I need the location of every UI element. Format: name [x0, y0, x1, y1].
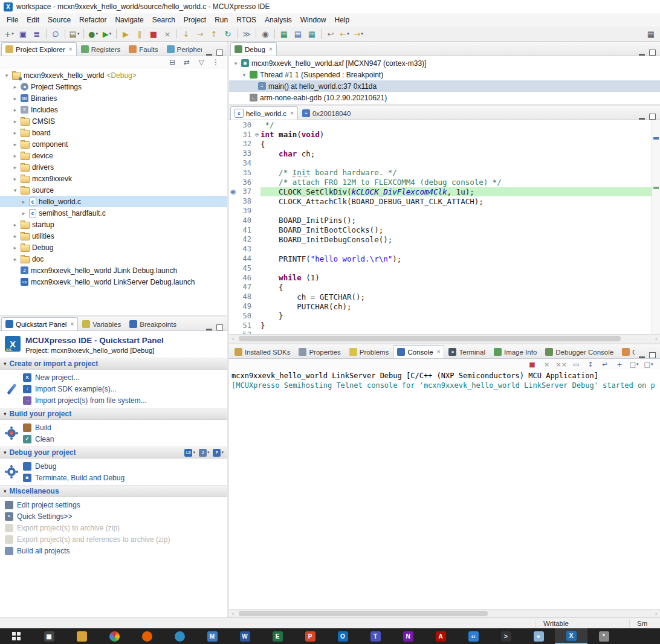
linkserver-debug-dropdown[interactable]: LS▾ — [184, 449, 195, 457]
action-clean[interactable]: ✓Clean — [21, 433, 225, 445]
display-console-dropdown[interactable]: □▾ — [627, 359, 641, 369]
maximize-view-icon[interactable] — [216, 324, 223, 330]
code-line-32[interactable]: 32{ — [229, 140, 652, 149]
menu-help[interactable]: Help — [330, 14, 354, 25]
firefox-icon[interactable] — [131, 628, 163, 644]
vscode-icon[interactable]: ‹› — [457, 628, 490, 644]
collapse-section-icon[interactable]: ▾ — [4, 411, 7, 417]
file-explorer-icon[interactable] — [65, 628, 98, 644]
expand-closed-icon[interactable]: ▸ — [12, 233, 18, 239]
code-line-34[interactable]: 34 — [229, 158, 652, 168]
tab-0x20018040[interactable]: ≡0x20018040 — [298, 106, 355, 120]
tree-item-debug[interactable]: ▸Debug — [0, 242, 227, 253]
tree-item-hello-world-c[interactable]: ▸hello_world.c — [0, 196, 227, 207]
tree-item-mcxn9xxevk-hello-world-linkserver-debug-launch[interactable]: mcxn9xxevk_hello_world LinkServer Debug.… — [0, 276, 227, 288]
tree-item-main-at-hello-world-c-37-0x11da[interactable]: main() at hello_world.c:37 0x11da — [229, 80, 660, 92]
view-menu-icon[interactable]: ⋮ — [209, 57, 222, 67]
menu-file[interactable]: File — [2, 14, 22, 25]
tree-item-component[interactable]: ▸component — [0, 138, 227, 150]
tab-console[interactable]: Console× — [393, 345, 444, 358]
overview-ruler[interactable] — [652, 120, 660, 334]
skip-all-breakpoints-icon[interactable]: ∅ — [49, 28, 62, 40]
expand-closed-icon[interactable]: ▸ — [12, 164, 18, 170]
action-build-all-projects[interactable]: Build all projects — [2, 545, 225, 556]
action-quick-settings[interactable]: »Quick Settings>> — [2, 510, 225, 522]
maximize-view-icon[interactable] — [649, 50, 656, 56]
dropdown-arrow-icon[interactable]: ▾ — [636, 362, 639, 367]
dropdown-arrow-icon[interactable]: ▾ — [193, 450, 195, 455]
pemicro-debug-dropdown[interactable]: P▾ — [213, 449, 224, 457]
section-header-miscellaneous[interactable]: ▾Miscellaneous — [0, 485, 227, 497]
menu-navigate[interactable]: Navigate — [111, 14, 147, 25]
word-icon[interactable]: W — [228, 628, 261, 644]
menu-source[interactable]: Source — [44, 14, 75, 25]
dropdown-arrow-icon[interactable]: ▾ — [11, 31, 14, 36]
tab-peripherals[interactable]: Peripherals+ — [163, 42, 202, 56]
tree-item-mcxn9xxevk-hello-world-jlink-debug-launch[interactable]: mcxn9xxevk_hello_world JLink Debug.launc… — [0, 265, 227, 276]
settings-app-icon[interactable]: * — [587, 628, 620, 644]
tree-item-mcxn9xxevk-hello-world[interactable]: ▾mcxn9xxevk_hello_world <Debug> — [0, 69, 227, 81]
menu-rtos[interactable]: RTOS — [232, 14, 260, 25]
browser-icon[interactable] — [98, 628, 131, 644]
code-line-35[interactable]: 35 /* Init board hardware. */ — [229, 168, 652, 178]
expand-open-icon[interactable]: ▾ — [4, 72, 10, 79]
tab-debugger-console[interactable]: Debugger Console — [541, 345, 618, 358]
tree-item-includes[interactable]: ▸Includes — [0, 104, 227, 115]
minimize-view-icon[interactable] — [639, 356, 645, 358]
expand-closed-icon[interactable]: ▸ — [12, 84, 18, 90]
onenote-icon[interactable]: N — [392, 628, 424, 644]
heap-view-icon[interactable]: ▦ — [305, 28, 319, 40]
expand-closed-icon[interactable]: ▸ — [12, 107, 18, 113]
menu-search[interactable]: Search — [148, 14, 180, 25]
tab-debug[interactable]: Debug× — [230, 42, 277, 56]
dropdown-arrow-icon[interactable]: ▾ — [95, 31, 98, 36]
code-line-37[interactable]: →37 CLOCK_SetClkDiv(kCLOCK_DivFlexcom4Cl… — [229, 187, 652, 197]
tree-item-doc[interactable]: ▸doc — [0, 253, 227, 265]
tab-image-info[interactable]: Image Info — [490, 345, 541, 358]
tab-problems[interactable]: Problems — [345, 345, 393, 358]
scroll-left-icon[interactable]: ‹ — [229, 611, 237, 617]
open-console-dropdown[interactable]: □▾ — [642, 359, 655, 369]
tab-project-explorer[interactable]: Project Explorer× — [1, 42, 77, 56]
code-line-40[interactable]: 40 BOARD_InitPins(); — [229, 216, 652, 225]
section-header-build-your-project[interactable]: ▾Build your project — [0, 408, 227, 420]
tree-item-source[interactable]: ▾source — [0, 184, 227, 196]
code-line-44[interactable]: 44 PRINTF("hello world.\r\n"); — [229, 254, 652, 263]
action-terminate-build-and-debug[interactable]: ■Terminate, Build and Debug — [21, 472, 225, 483]
dropdown-arrow-icon[interactable]: ▾ — [221, 450, 224, 455]
tree-item-startup[interactable]: ▸startup — [0, 219, 227, 230]
start-button[interactable] — [0, 628, 33, 644]
collapse-section-icon[interactable]: ▾ — [4, 361, 7, 367]
action-import-project-s-from-file-system[interactable]: →Import project(s) from file system... — [21, 394, 225, 406]
pin-console-icon[interactable]: + — [613, 359, 626, 369]
expand-closed-icon[interactable]: ▸ — [12, 141, 18, 147]
terminate-icon[interactable]: ■ — [526, 359, 539, 369]
link-with-editor-icon[interactable]: ⇄ — [180, 57, 193, 67]
tree-item-thread-1-1-suspended-breakpoint[interactable]: ▾Thread #1 1 (Suspended : Breakpoint) — [229, 69, 660, 80]
forward-icon[interactable]: →▾ — [352, 28, 365, 40]
code-line-36[interactable]: 36 /* attach FRO 12M to FLEXCOMM4 (debug… — [229, 178, 652, 187]
scrollbar-track[interactable] — [237, 610, 652, 617]
expand-closed-icon[interactable]: ▸ — [21, 210, 27, 216]
minimize-view-icon[interactable] — [639, 118, 645, 120]
close-tab-icon[interactable]: × — [70, 321, 74, 327]
resume-icon[interactable]: ▶ — [119, 28, 132, 40]
scroll-left-icon[interactable]: ‹ — [229, 336, 237, 342]
restart-icon[interactable]: ↻ — [221, 28, 235, 40]
tab-hello-world-c[interactable]: chello_world.c× — [230, 106, 298, 120]
menu-run[interactable]: Run — [210, 14, 232, 25]
terminal-icon[interactable]: > — [490, 628, 522, 644]
task-view-icon[interactable]: ▦ — [33, 628, 65, 644]
expand-closed-icon[interactable]: ▸ — [12, 256, 18, 262]
scroll-lock-icon[interactable]: ↕ — [584, 359, 597, 369]
expand-closed-icon[interactable]: ▸ — [12, 95, 18, 101]
code-line-30[interactable]: 30 */ — [229, 120, 652, 130]
mcuxpresso-taskbar-icon[interactable]: X — [555, 628, 587, 644]
collapse-all-icon[interactable]: ⊟ — [166, 57, 179, 67]
step-over-icon[interactable]: → — [193, 28, 207, 40]
action-debug[interactable]: Debug — [21, 460, 225, 472]
powerpoint-icon[interactable]: P — [294, 628, 326, 644]
outlook-icon[interactable]: O — [326, 628, 359, 644]
code-line-41[interactable]: 41 BOARD_InitBootClocks(); — [229, 225, 652, 235]
scrollbar-track[interactable] — [237, 335, 652, 343]
